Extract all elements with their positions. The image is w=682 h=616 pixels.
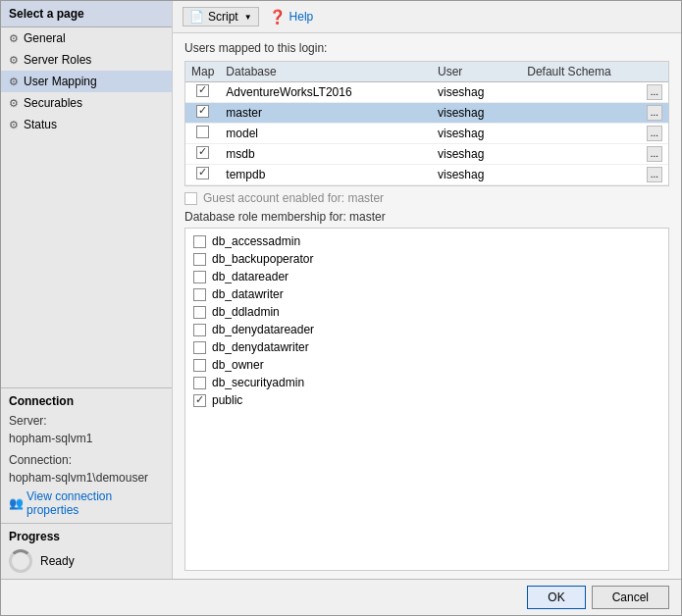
general-icon: ⚙ xyxy=(9,32,19,45)
col-user: User xyxy=(432,62,521,82)
progress-row: Ready xyxy=(9,549,164,573)
row-schema: ... xyxy=(521,124,668,144)
row-checkbox[interactable] xyxy=(196,105,209,118)
row-user: viseshag xyxy=(432,103,521,124)
role-item[interactable]: public xyxy=(185,391,668,409)
role-name: db_datawriter xyxy=(212,287,284,301)
row-database: master xyxy=(220,103,432,124)
sidebar-item-label: Status xyxy=(24,118,57,131)
role-name: db_denydatareader xyxy=(212,323,314,336)
sidebar-item-label: Server Roles xyxy=(24,53,91,67)
row-schema: ... xyxy=(521,103,668,124)
role-name: db_datareader xyxy=(212,270,289,283)
row-ellipsis-button[interactable]: ... xyxy=(647,84,662,100)
row-ellipsis-button[interactable]: ... xyxy=(647,167,662,182)
sidebar-item-general[interactable]: ⚙ General xyxy=(1,27,172,49)
role-name: db_owner xyxy=(212,358,264,372)
role-checkbox[interactable] xyxy=(193,377,206,389)
connection-label: Connection: xyxy=(9,451,164,469)
row-map-cell xyxy=(185,144,220,165)
sidebar-item-user-mapping[interactable]: ⚙ User Mapping xyxy=(1,71,172,92)
table-row[interactable]: master viseshag ... xyxy=(185,103,668,124)
status-icon: ⚙ xyxy=(9,119,19,131)
progress-status: Ready xyxy=(40,554,75,568)
row-ellipsis-button[interactable]: ... xyxy=(647,146,662,162)
role-item[interactable]: db_denydatareader xyxy=(185,321,668,338)
role-name: db_accessadmin xyxy=(212,234,300,248)
nav-items: ⚙ General ⚙ Server Roles ⚙ User Mapping … xyxy=(1,27,172,135)
role-checkbox[interactable] xyxy=(193,306,206,319)
role-checkbox[interactable] xyxy=(193,394,206,407)
sidebar-item-status[interactable]: ⚙ Status xyxy=(1,114,172,135)
role-name: db_securityadmin xyxy=(212,376,304,389)
role-item[interactable]: db_datawriter xyxy=(185,285,668,303)
left-panel: Select a page ⚙ General ⚙ Server Roles ⚙… xyxy=(1,1,173,579)
role-item[interactable]: db_datareader xyxy=(185,268,668,285)
role-item[interactable]: db_accessadmin xyxy=(185,232,668,250)
role-item[interactable]: db_backupoperator xyxy=(185,250,668,268)
col-schema: Default Schema xyxy=(521,62,668,82)
row-user: viseshag xyxy=(432,144,521,165)
role-checkbox[interactable] xyxy=(193,235,206,248)
row-ellipsis-button[interactable]: ... xyxy=(647,105,662,121)
row-database: model xyxy=(220,124,432,144)
right-panel: 📄 Script ▼ ❓ Help Users mapped to this l… xyxy=(173,1,681,579)
guest-label: Guest account enabled for: master xyxy=(203,191,384,205)
progress-section: Progress Ready xyxy=(1,523,172,579)
role-item[interactable]: db_ddladmin xyxy=(185,303,668,321)
cancel-button[interactable]: Cancel xyxy=(592,586,669,609)
table-row[interactable]: msdb viseshag ... xyxy=(185,144,668,165)
row-database: tempdb xyxy=(220,165,432,185)
server-value: hopham-sqlvm1 xyxy=(9,430,164,447)
role-list: db_accessadmin db_backupoperator db_data… xyxy=(184,228,669,571)
row-database: msdb xyxy=(220,144,432,165)
sidebar-item-server-roles[interactable]: ⚙ Server Roles xyxy=(1,49,172,71)
script-dropdown-arrow: ▼ xyxy=(244,13,252,22)
server-roles-icon: ⚙ xyxy=(9,54,19,67)
connection-title: Connection xyxy=(9,394,164,408)
content-area: Users mapped to this login: Map Database… xyxy=(173,33,681,579)
role-section-label: Database role membership for: master xyxy=(184,210,669,224)
role-checkbox[interactable] xyxy=(193,253,206,266)
row-checkbox[interactable] xyxy=(196,126,209,138)
row-checkbox[interactable] xyxy=(196,167,209,180)
role-name: db_denydatawriter xyxy=(212,340,309,354)
row-checkbox[interactable] xyxy=(196,146,209,159)
table-row[interactable]: AdventureWorksLT2016 viseshag ... xyxy=(185,82,668,103)
script-button[interactable]: 📄 Script ▼ xyxy=(183,7,259,26)
user-mapping-icon: ⚙ xyxy=(9,76,19,88)
ok-button[interactable]: OK xyxy=(527,586,585,609)
connection-icon: 👥 xyxy=(9,496,24,510)
view-connection-properties-link[interactable]: 👥 View connection properties xyxy=(9,489,164,517)
role-checkbox[interactable] xyxy=(193,288,206,301)
role-item[interactable]: db_securityadmin xyxy=(185,374,668,391)
connection-section: Connection Server: hopham-sqlvm1 Connect… xyxy=(1,387,172,523)
table-row[interactable]: model viseshag ... xyxy=(185,124,668,144)
help-button[interactable]: ❓ Help xyxy=(269,9,314,25)
role-checkbox[interactable] xyxy=(193,271,206,283)
toolbar: 📄 Script ▼ ❓ Help xyxy=(173,1,681,33)
row-user: viseshag xyxy=(432,165,521,185)
bottom-bar: OK Cancel xyxy=(1,579,681,615)
row-checkbox[interactable] xyxy=(196,84,209,97)
row-ellipsis-button[interactable]: ... xyxy=(647,126,662,141)
role-item[interactable]: db_owner xyxy=(185,356,668,374)
user-table: Map Database User Default Schema Adventu… xyxy=(184,61,669,186)
role-item[interactable]: db_denydatawriter xyxy=(185,338,668,356)
row-database: AdventureWorksLT2016 xyxy=(220,82,432,103)
role-checkbox[interactable] xyxy=(193,341,206,354)
row-map-cell xyxy=(185,165,220,185)
col-map: Map xyxy=(185,62,220,82)
script-icon: 📄 xyxy=(189,10,204,24)
role-checkbox[interactable] xyxy=(193,324,206,336)
server-label: Server: xyxy=(9,412,164,430)
sidebar-item-securables[interactable]: ⚙ Securables xyxy=(1,92,172,114)
role-checkbox[interactable] xyxy=(193,359,206,372)
table-row[interactable]: tempdb viseshag ... xyxy=(185,165,668,185)
sidebar-item-label: General xyxy=(24,31,66,45)
guest-checkbox[interactable] xyxy=(184,192,197,205)
securables-icon: ⚙ xyxy=(9,97,19,110)
connection-link-text: View connection properties xyxy=(26,489,164,517)
row-schema: ... xyxy=(521,165,668,185)
progress-spinner xyxy=(9,549,32,573)
